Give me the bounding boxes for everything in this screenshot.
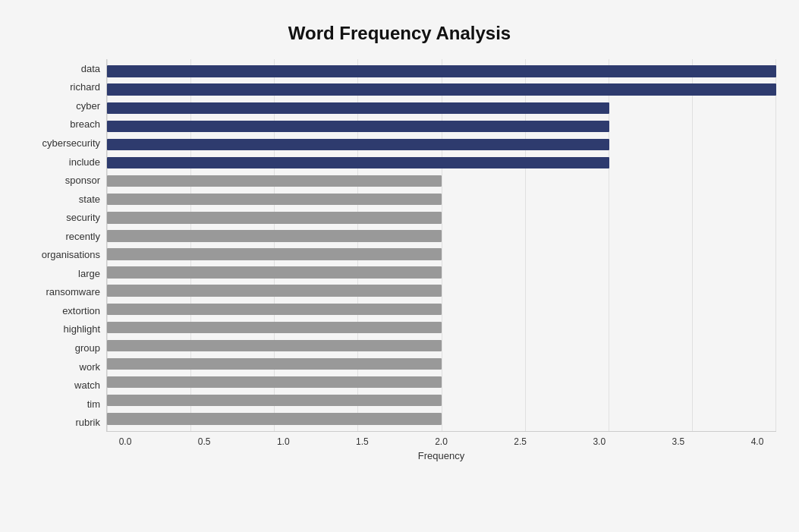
bar-row — [107, 117, 776, 135]
bar-work — [107, 358, 442, 370]
y-label: tim — [87, 395, 100, 414]
bar-richard — [107, 83, 776, 95]
bar-row — [107, 410, 776, 428]
y-label: organisations — [42, 245, 100, 264]
bar-row — [107, 373, 776, 392]
y-label: watch — [74, 376, 100, 395]
bar-organisations — [107, 248, 442, 260]
bar-large — [107, 266, 442, 278]
bar-row — [107, 227, 776, 245]
x-axis-label: 1.0 — [264, 436, 302, 447]
bar-row — [107, 153, 776, 172]
y-label: work — [80, 357, 100, 376]
bar-row — [107, 300, 776, 318]
bar-row — [107, 318, 776, 336]
y-label: include — [69, 153, 100, 172]
y-label: rubrik — [75, 413, 100, 432]
bar-breach — [107, 121, 609, 132]
bar-watch — [107, 376, 442, 388]
x-axis-label: 2.0 — [423, 436, 461, 447]
chart-area: datarichardcyberbreachcybersecurityinclu… — [23, 59, 776, 432]
y-label: large — [78, 264, 100, 283]
y-label: state — [79, 190, 100, 209]
bar-row — [107, 209, 776, 227]
bar-cybersecurity — [107, 139, 609, 150]
y-label: cyber — [76, 96, 100, 115]
bar-row — [107, 355, 776, 373]
bar-tim — [107, 395, 442, 406]
y-label: data — [81, 59, 100, 78]
x-axis-labels: 0.00.51.01.52.02.53.03.54.0 — [23, 432, 776, 447]
y-label: security — [66, 208, 100, 227]
y-label: sponsor — [65, 171, 100, 190]
y-label: highlight — [64, 320, 100, 339]
bar-group — [107, 340, 442, 351]
x-axis-title: Frequency — [23, 447, 776, 461]
bar-sponsor — [107, 175, 442, 187]
bar-highlight — [107, 322, 442, 333]
bar-row — [107, 80, 776, 99]
bar-recently — [107, 230, 442, 241]
bar-row — [107, 99, 776, 117]
bar-state — [107, 194, 442, 205]
bar-rubrik — [107, 413, 442, 424]
plot-area — [106, 59, 776, 432]
y-label: richard — [70, 78, 100, 97]
bar-extortion — [107, 304, 442, 315]
bar-row — [107, 62, 776, 80]
x-axis-label: 4.0 — [738, 436, 776, 447]
bar-row — [107, 190, 776, 209]
chart-container: Word Frequency Analysis datarichardcyber… — [8, 8, 791, 532]
x-axis-label: 3.5 — [659, 436, 697, 447]
bar-row — [107, 263, 776, 282]
x-axis-label: 2.5 — [502, 436, 539, 447]
bar-row — [107, 282, 776, 300]
bar-row — [107, 245, 776, 263]
y-label: cybersecurity — [42, 134, 100, 153]
bar-row — [107, 172, 776, 190]
y-label: recently — [65, 227, 100, 246]
bar-include — [107, 157, 609, 168]
y-axis: datarichardcyberbreachcybersecurityinclu… — [23, 59, 106, 432]
bar-data — [107, 65, 776, 77]
x-axis-label: 0.5 — [185, 436, 223, 447]
x-axis-label: 1.5 — [343, 436, 381, 447]
y-label: breach — [70, 115, 100, 134]
x-axis-label: 0.0 — [106, 436, 144, 447]
bar-row — [107, 135, 776, 153]
bar-row — [107, 336, 776, 354]
y-label: extortion — [62, 301, 100, 320]
y-label: ransomware — [46, 283, 100, 302]
bars-container — [107, 59, 776, 431]
bar-security — [107, 212, 442, 223]
bar-ransomware — [107, 285, 442, 296]
bar-cyber — [107, 102, 609, 114]
bar-row — [107, 392, 776, 410]
chart-title: Word Frequency Analysis — [23, 23, 776, 44]
x-axis-label: 3.0 — [580, 436, 618, 447]
y-label: group — [75, 338, 100, 357]
